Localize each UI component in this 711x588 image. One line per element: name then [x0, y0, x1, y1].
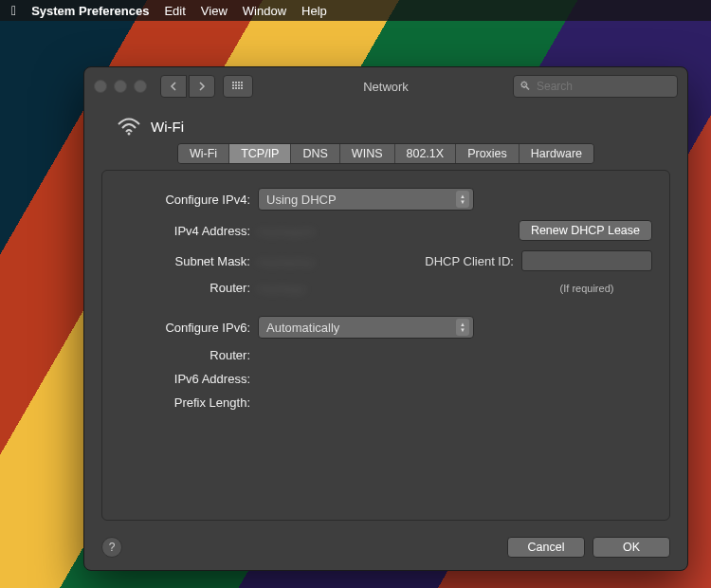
desktop:  System Preferences Edit View Window He…	[0, 0, 711, 588]
menu-edit[interactable]: Edit	[164, 4, 185, 18]
cancel-button[interactable]: Cancel	[507, 537, 585, 558]
dhcp-note: (If required)	[521, 283, 652, 294]
tab-dns[interactable]: DNS	[291, 144, 339, 163]
subnet-mask-label: Subnet Mask:	[119, 254, 258, 268]
router-label: Router:	[119, 281, 258, 295]
back-button[interactable]	[160, 75, 187, 98]
ipv4-address-label: IPv4 Address:	[119, 224, 258, 238]
configure-ipv6-label: Configure IPv6:	[119, 321, 258, 335]
app-menu[interactable]: System Preferences	[31, 4, 149, 18]
router6-label: Router:	[119, 348, 258, 362]
prefix-length-label: Prefix Length:	[119, 395, 258, 410]
updown-icon: ▲▼	[456, 319, 469, 336]
configure-ipv4-label: Configure IPv4:	[119, 193, 258, 207]
svg-point-0	[128, 133, 131, 136]
minimize-button[interactable]	[114, 80, 127, 93]
interface-name: Wi-Fi	[151, 119, 184, 135]
menu-help[interactable]: Help	[301, 4, 327, 18]
apple-menu[interactable]: 	[11, 3, 16, 18]
interface-header: Wi-Fi	[84, 105, 687, 143]
chevron-right-icon	[198, 82, 206, 91]
router-value: ···.···.·.·	[258, 281, 306, 295]
dhcp-client-id-label: DHCP Client ID:	[425, 254, 514, 268]
subnet-mask-value: ···.···.···.·	[258, 254, 315, 268]
menu-view[interactable]: View	[201, 4, 228, 18]
search-field[interactable]: 🔍︎	[513, 75, 678, 98]
grid-icon	[232, 82, 244, 91]
tab-wifi[interactable]: Wi-Fi	[178, 144, 229, 163]
dhcp-client-id-input[interactable]	[521, 250, 652, 271]
configure-ipv6-select[interactable]: Automatically ▲▼	[258, 316, 474, 339]
close-button[interactable]	[94, 80, 107, 93]
tab-bar: Wi-Fi TCP/IP DNS WINS 802.1X Proxies Har…	[84, 143, 687, 164]
configure-ipv4-value: Using DHCP	[266, 193, 337, 207]
updown-icon: ▲▼	[456, 191, 469, 208]
tab-tcpip[interactable]: TCP/IP	[229, 144, 291, 163]
tab-8021x[interactable]: 802.1X	[395, 144, 457, 163]
menu-window[interactable]: Window	[243, 4, 286, 18]
window-controls	[94, 80, 147, 93]
show-all-button[interactable]	[223, 75, 253, 98]
tab-wins[interactable]: WINS	[340, 144, 395, 163]
ipv6-address-label: IPv6 Address:	[119, 372, 258, 386]
search-icon: 🔍︎	[520, 80, 531, 93]
configure-ipv6-value: Automatically	[266, 321, 339, 335]
zoom-button[interactable]	[134, 80, 147, 93]
ipv4-address-value: ···.···.·.···	[258, 224, 315, 238]
network-window: Network 🔍︎ Wi-Fi Wi-Fi TCP/IP DNS WINS 8…	[83, 66, 688, 571]
titlebar: Network 🔍︎	[84, 67, 687, 105]
forward-button[interactable]	[189, 75, 215, 98]
wifi-icon	[117, 117, 141, 136]
menubar:  System Preferences Edit View Window He…	[0, 0, 711, 21]
help-button[interactable]: ?	[101, 537, 122, 558]
ok-button[interactable]: OK	[592, 537, 670, 558]
chevron-left-icon	[170, 82, 177, 91]
search-input[interactable]	[535, 79, 671, 94]
tcpip-panel: Configure IPv4: Using DHCP ▲▼ IPv4 Addre…	[101, 170, 670, 521]
sheet-footer: ? Cancel OK	[84, 524, 687, 570]
tab-proxies[interactable]: Proxies	[456, 144, 520, 163]
renew-dhcp-button[interactable]: Renew DHCP Lease	[519, 220, 652, 241]
tab-hardware[interactable]: Hardware	[520, 144, 593, 163]
configure-ipv4-select[interactable]: Using DHCP ▲▼	[258, 188, 474, 211]
